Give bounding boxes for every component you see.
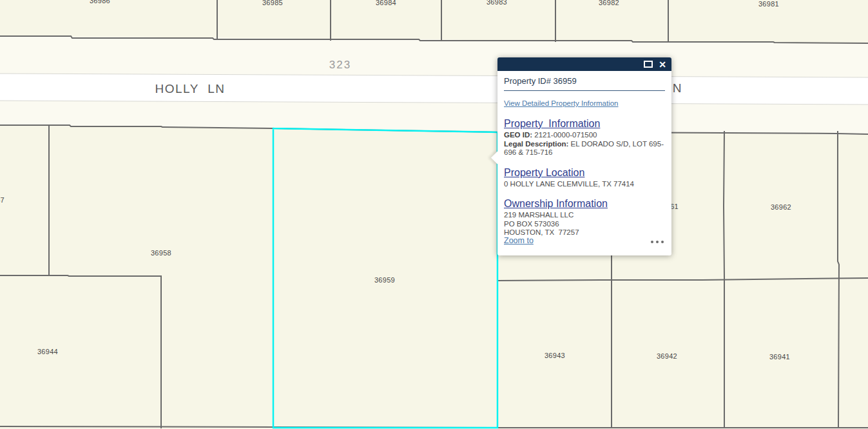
popup-section-2: Ownership Information219 MARSHALL LLCPO …: [504, 198, 665, 237]
street-label: N: [673, 81, 682, 95]
region-holly-ln-road: [0, 74, 868, 105]
section-heading-link[interactable]: Ownership Information: [504, 198, 608, 210]
parcel-label-36943: 36943: [545, 352, 565, 359]
section-heading-link[interactable]: Property Information: [504, 118, 600, 130]
parcel-label-36986: 36986: [90, 0, 110, 5]
property-popup: ✕ Property ID# 36959 View Detailed Prope…: [497, 57, 671, 255]
parcel-label-36958: 36958: [151, 249, 171, 257]
parcel-label-36983: 36983: [487, 0, 507, 6]
ellipsis-icon[interactable]: [651, 241, 664, 243]
region-top-parcel-block: [0, 0, 868, 43]
popup-section-0: Property InformationGEO ID: 2121-0000-07…: [504, 118, 665, 157]
region-bottom-parcel-block: [0, 125, 868, 429]
parcel-label-36984: 36984: [376, 0, 396, 6]
dock-icon[interactable]: [644, 61, 653, 68]
view-detailed-property-link[interactable]: View Detailed Property Information: [504, 99, 619, 107]
parcel-label-36981: 36981: [758, 0, 779, 8]
zoom-to-link[interactable]: Zoom to: [504, 236, 534, 245]
street-label: HOLLY LN: [155, 82, 226, 95]
popup-title: Property ID# 36959: [504, 76, 665, 86]
parcel-map-canvas[interactable]: 3698636985369843698336982369813695736958…: [0, 0, 868, 429]
section-text-line: Legal Description: EL DORADO S/D, LOT 69…: [504, 140, 665, 157]
section-text-line: GEO ID: 2121-0000-071500: [504, 131, 665, 140]
parcel-label-36944: 36944: [37, 348, 58, 355]
popup-sections: Property InformationGEO ID: 2121-0000-07…: [504, 118, 665, 237]
section-text-line: 0 HOLLY LANE CLEMVILLE, TX 77414: [504, 180, 665, 189]
parcel-label-36957: 36957: [0, 196, 5, 204]
popup-section-1: Property Location0 HOLLY LANE CLEMVILLE,…: [504, 167, 665, 189]
popup-separator: [504, 90, 665, 91]
parcel-label-36942: 36942: [657, 352, 677, 360]
section-heading-link[interactable]: Property Location: [504, 167, 584, 179]
parcel-label-36982: 36982: [599, 0, 619, 6]
parcel-line-mid-h: [0, 275, 161, 276]
section-text-line: PO BOX 573036: [504, 220, 665, 229]
section-text-line: 219 MARSHALL LLC: [504, 211, 665, 220]
map-viewer: 3698636985369843698336982369813695736958…: [0, 0, 868, 429]
street-label: 323: [329, 59, 351, 71]
parcel-label-36959: 36959: [374, 276, 395, 284]
popup-titlebar: ✕: [497, 57, 671, 71]
parcel-label-36962: 36962: [771, 203, 791, 211]
popup-body: Property ID# 36959 View Detailed Propert…: [497, 71, 671, 250]
parcel-label-36985: 36985: [262, 0, 283, 6]
close-icon[interactable]: ✕: [659, 60, 666, 69]
popup-footer: Zoom to: [504, 235, 665, 245]
parcel-label-36941: 36941: [769, 353, 790, 361]
